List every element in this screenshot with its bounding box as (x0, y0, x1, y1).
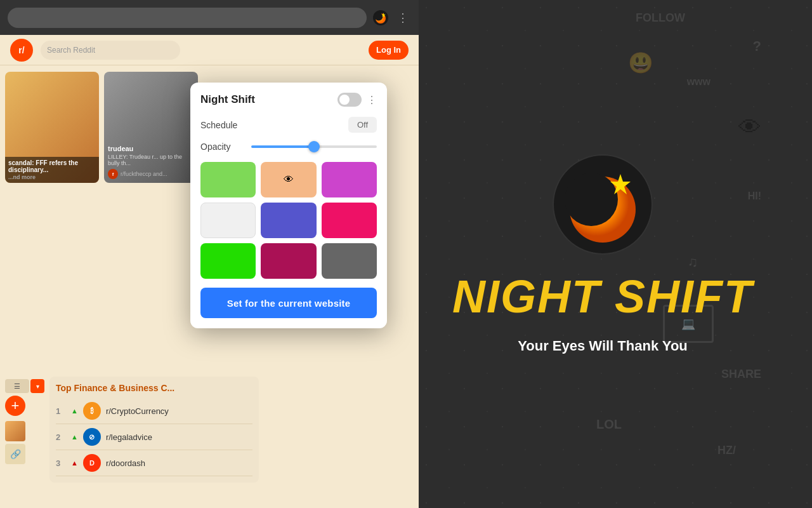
item-arrow-3: ▲ (71, 459, 78, 467)
svg-point-2 (565, 173, 618, 226)
finance-list-title: Top Finance & Business C... (56, 383, 252, 393)
ctrl-icon-1: ☰ (14, 382, 20, 391)
browser-topbar: ⋮ (0, 0, 419, 35)
popup-menu-btn[interactable]: ⋮ (367, 94, 377, 106)
reddit-logo: r/ (10, 39, 33, 62)
card-image-1: scandal: FFF refers the disciplinary....… (5, 72, 99, 183)
color-swatch-bright-green[interactable] (200, 243, 256, 279)
item-rank-1: 1 (56, 406, 66, 416)
item-name-3: r/doordash (106, 458, 145, 468)
item-avatar-1: ₿ (83, 402, 101, 420)
link-icon: 🔗 (10, 449, 21, 459)
item-name-2: r/legaladvice (106, 432, 152, 442)
thumbnail-img (5, 421, 25, 441)
finance-item-1[interactable]: 1 ▲ ₿ r/CryptoCurrency (56, 398, 252, 424)
card-label-1: scandal: FFF refers the disciplinary....… (5, 157, 99, 183)
popup-title: Night Shift (200, 93, 255, 106)
finance-list: Top Finance & Business C... 1 ▲ ₿ r/Cryp… (49, 377, 259, 483)
color-swatch-peach[interactable] (261, 162, 316, 197)
link-btn[interactable]: 🔗 (5, 444, 25, 464)
site-nav: r/ Search Reddit Log In (0, 35, 419, 65)
color-swatch-green[interactable] (200, 162, 256, 197)
bottom-section: ☰ ▾ + 🔗 Top Finance & Business (0, 371, 419, 508)
schedule-row: Schedule Off (200, 117, 377, 133)
item-rank-2: 2 (56, 432, 66, 442)
schedule-label: Schedule (200, 120, 237, 130)
card-community-2: r/fucktheccp and... (121, 171, 167, 177)
item-arrow-2: ▲ (71, 433, 78, 441)
article-card-2[interactable]: trudeau LILLEY: Trudeau r... up to the b… (104, 72, 198, 183)
night-shift-extension-btn[interactable] (372, 9, 390, 27)
add-icon: + (11, 399, 20, 413)
card-avatar-2: f (108, 169, 118, 179)
ctrl-badge: ▾ (30, 379, 44, 393)
item-avatar-2: ⊘ (83, 428, 101, 446)
color-swatch-white[interactable] (200, 203, 256, 238)
item-rank-3: 3 (56, 458, 66, 468)
opacity-thumb[interactable] (308, 141, 320, 152)
finance-item-3[interactable]: 3 ▲ D r/doordash (56, 450, 252, 476)
schedule-value: Off (357, 120, 368, 130)
color-swatch-hot-pink[interactable] (322, 203, 377, 238)
svg-point-6 (375, 12, 383, 20)
article-card-1[interactable]: scandal: FFF refers the disciplinary....… (5, 72, 99, 183)
login-label: Log In (376, 45, 401, 55)
popup-toggle[interactable] (337, 93, 362, 107)
color-swatch-dark-pink[interactable] (261, 243, 316, 279)
set-website-btn[interactable]: Set for the current website (200, 288, 377, 318)
ctrl-row-1: ☰ ▾ (5, 379, 44, 393)
color-swatch-purple[interactable] (322, 162, 377, 197)
popup-header: Night Shift ⋮ (200, 93, 377, 107)
item-avatar-3: D (83, 454, 101, 472)
opacity-slider[interactable] (251, 145, 377, 148)
card-image-2: trudeau LILLEY: Trudeau r... up to the b… (104, 72, 198, 183)
finance-item-2[interactable]: 2 ▲ ⊘ r/legaladvice (56, 424, 252, 450)
promo-area: NIGHT SHIFT Your Eyes Will Thank You (393, 0, 812, 508)
browser-menu-btn[interactable]: ⋮ (395, 8, 411, 27)
color-swatch-blue-purple[interactable] (261, 203, 316, 238)
color-swatch-gray[interactable] (322, 243, 377, 279)
site-search[interactable]: Search Reddit (41, 41, 180, 60)
address-bar[interactable] (8, 8, 367, 28)
card-meta-2: f r/fucktheccp and... (108, 169, 167, 179)
promo-logo (552, 154, 653, 255)
login-btn[interactable]: Log In (369, 41, 409, 60)
ctrl-badge-label: ▾ (36, 383, 39, 390)
promo-title: NIGHT SHIFT (452, 271, 753, 323)
night-shift-popup: Night Shift ⋮ Schedule Off Opacity Set f… (190, 83, 387, 328)
search-placeholder: Search Reddit (47, 46, 95, 55)
schedule-dropdown[interactable]: Off (348, 117, 377, 133)
color-grid (200, 162, 377, 279)
add-btn[interactable]: + (5, 396, 25, 416)
popup-header-controls: ⋮ (337, 93, 377, 107)
thumbnail-btn[interactable] (5, 421, 25, 441)
card-name-2: trudeau (108, 145, 133, 152)
item-name-1: r/CryptoCurrency (106, 406, 169, 416)
ctrl-btn-1[interactable]: ☰ (5, 379, 29, 393)
promo-subtitle: Your Eyes Will Thank You (518, 338, 688, 354)
card-label-2: LILLEY: Trudeau r... up to the bully th.… (108, 154, 194, 166)
left-controls: ☰ ▾ + 🔗 (5, 379, 44, 464)
item-arrow-1: ▲ (71, 407, 78, 415)
opacity-label: Opacity (200, 142, 245, 152)
opacity-row: Opacity (200, 142, 377, 152)
